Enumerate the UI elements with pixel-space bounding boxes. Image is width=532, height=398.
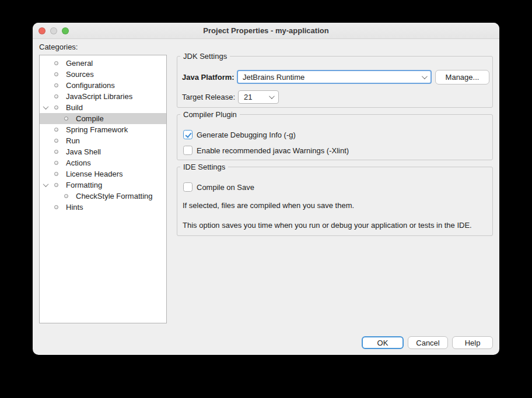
minimize-button[interactable]	[50, 27, 57, 34]
tree-item-hints[interactable]: Hints	[40, 202, 166, 213]
tree-item-formatting[interactable]: Formatting	[40, 179, 166, 191]
tree-item-label: JavaScript Libraries	[66, 92, 132, 101]
chevron-down-icon[interactable]	[42, 182, 49, 189]
tree-item-build[interactable]: Build	[40, 102, 166, 113]
target-release-value: 21	[244, 93, 252, 101]
tree-item-actions[interactable]: Actions	[40, 157, 166, 168]
node-bullet-icon	[54, 72, 58, 76]
tree-item-label: CheckStyle Formatting	[76, 192, 153, 200]
tree-item-label: Formatting	[66, 181, 102, 189]
chevron-down-icon	[43, 181, 48, 187]
tree-item-label: Configurations	[66, 81, 115, 90]
compiler-plugin-title: Compiler Plugin	[180, 110, 240, 119]
compile-on-save-checkbox[interactable]	[183, 182, 192, 192]
tree-item-label: Build	[66, 103, 83, 112]
chevron-slot	[52, 115, 59, 122]
compile-on-save-note-2: This option saves you time when you run …	[183, 221, 472, 230]
tree-item-general[interactable]: General	[40, 58, 166, 69]
chevron-slot	[42, 71, 49, 78]
xlint-label: Enable recommended javac Warnings (-Xlin…	[197, 146, 349, 155]
titlebar[interactable]: Project Properties - my-application	[33, 23, 499, 39]
tree-item-spring-framework[interactable]: Spring Framework	[40, 124, 166, 135]
node-bullet-icon	[54, 61, 58, 65]
chevron-down-icon	[43, 104, 48, 110]
generate-debug-row: Generate Debugging Info (-g)	[183, 130, 296, 139]
tree-item-javascript-libraries[interactable]: JavaScript Libraries	[40, 91, 166, 102]
chevron-slot	[42, 126, 49, 133]
categories-tree[interactable]: GeneralSourcesConfigurationsJavaScript L…	[39, 55, 167, 323]
node-bullet-icon	[54, 205, 58, 209]
chevron-slot	[42, 160, 49, 167]
node-bullet-icon	[54, 94, 58, 98]
chevron-down-icon	[269, 93, 275, 99]
chevron-slot	[42, 149, 49, 156]
generate-debug-label: Generate Debugging Info (-g)	[197, 131, 296, 139]
compiler-plugin-group: Compiler Plugin Generate Debugging Info …	[177, 114, 493, 160]
ok-button-label: OK	[377, 339, 388, 347]
tree-item-label: Java Shell	[66, 147, 101, 156]
categories-label: Categories:	[39, 43, 78, 51]
ok-button[interactable]: OK	[362, 336, 404, 349]
chevron-slot	[42, 138, 49, 145]
node-bullet-icon	[54, 139, 58, 143]
jdk-settings-title: JDK Settings	[180, 52, 230, 61]
close-button[interactable]	[38, 27, 46, 34]
node-bullet-icon	[64, 117, 68, 121]
generate-debug-checkbox[interactable]	[183, 130, 192, 139]
tree-item-compile[interactable]: Compile	[40, 113, 166, 124]
tree-item-label: Compile	[76, 114, 104, 123]
xlint-row: Enable recommended javac Warnings (-Xlin…	[183, 146, 349, 155]
target-release-label: Target Release:	[182, 93, 235, 101]
tree-item-java-shell[interactable]: Java Shell	[40, 146, 166, 157]
java-platform-combobox[interactable]: JetBrains Runtime	[237, 70, 432, 84]
tree-item-label: License Headers	[66, 170, 123, 178]
chevron-slot	[42, 60, 49, 67]
tree-item-label: Actions	[66, 159, 91, 167]
tree-item-label: General	[66, 59, 93, 68]
tree-item-label: Sources	[66, 70, 94, 79]
chevron-down-icon[interactable]	[42, 104, 49, 111]
tree-item-run[interactable]: Run	[40, 135, 166, 146]
cancel-button[interactable]: Cancel	[408, 336, 448, 349]
target-release-combobox[interactable]: 21	[238, 90, 279, 104]
ide-settings-group: IDE Settings Compile on Save If selected…	[177, 167, 493, 236]
chevron-slot	[42, 171, 49, 178]
compile-on-save-row: Compile on Save	[183, 182, 254, 192]
chevron-down-icon	[422, 73, 428, 79]
xlint-checkbox[interactable]	[183, 146, 192, 155]
chevron-slot	[42, 204, 49, 211]
chevron-slot	[42, 93, 49, 100]
tree-item-label: Run	[66, 136, 80, 145]
tree-item-checkstyle-formatting[interactable]: CheckStyle Formatting	[40, 191, 166, 202]
window-title: Project Properties - my-application	[203, 26, 328, 35]
ide-settings-title: IDE Settings	[180, 163, 228, 171]
jdk-settings-group: JDK Settings Java Platform: JetBrains Ru…	[177, 56, 493, 108]
chevron-slot	[42, 82, 49, 89]
node-bullet-icon	[54, 128, 58, 132]
window-controls	[38, 27, 69, 34]
tree-item-configurations[interactable]: Configurations	[40, 80, 166, 91]
tree-item-sources[interactable]: Sources	[40, 69, 166, 80]
help-button[interactable]: Help	[452, 336, 493, 349]
node-bullet-icon	[54, 83, 58, 87]
chevron-slot	[52, 193, 59, 200]
compile-on-save-note: If selected, files are compiled when you…	[183, 201, 354, 210]
project-properties-dialog: Project Properties - my-application Cate…	[33, 23, 499, 355]
node-bullet-icon	[64, 194, 68, 198]
help-button-label: Help	[465, 339, 481, 347]
java-platform-label: Java Platform:	[182, 73, 235, 82]
manage-button[interactable]: Manage...	[435, 70, 489, 84]
tree-item-license-headers[interactable]: License Headers	[40, 168, 166, 179]
cancel-button-label: Cancel	[416, 339, 439, 347]
tree-item-label: Spring Framework	[66, 125, 128, 134]
node-bullet-icon	[54, 150, 58, 154]
node-bullet-icon	[54, 172, 58, 176]
zoom-button[interactable]	[62, 27, 69, 34]
node-bullet-icon	[54, 183, 58, 187]
manage-button-label: Manage...	[446, 73, 480, 82]
compile-on-save-label: Compile on Save	[197, 183, 254, 192]
java-platform-value: JetBrains Runtime	[243, 73, 304, 82]
node-bullet-icon	[54, 161, 58, 165]
node-bullet-icon	[54, 105, 58, 110]
tree-item-label: Hints	[66, 203, 83, 212]
